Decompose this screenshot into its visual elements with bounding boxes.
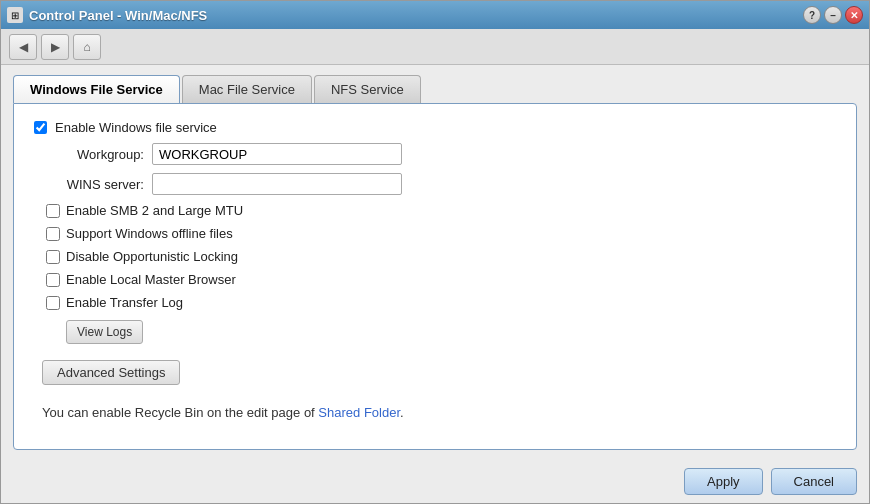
offline-checkbox[interactable] xyxy=(46,227,60,241)
wins-input[interactable] xyxy=(152,173,402,195)
info-text-after: . xyxy=(400,405,404,420)
transfer-log-checkbox[interactable] xyxy=(46,296,60,310)
app-icon: ⊞ xyxy=(7,7,23,23)
close-button[interactable]: ✕ xyxy=(845,6,863,24)
info-text-before: You can enable Recycle Bin on the edit p… xyxy=(42,405,318,420)
window-title: Control Panel - Win/Mac/NFS xyxy=(29,8,797,23)
wins-row: WINS server: xyxy=(54,173,836,195)
smb2-label: Enable SMB 2 and Large MTU xyxy=(66,203,243,218)
info-text: You can enable Recycle Bin on the edit p… xyxy=(34,405,836,420)
enable-windows-row: Enable Windows file service xyxy=(34,120,836,135)
main-window: ⊞ Control Panel - Win/Mac/NFS ? – ✕ ◀ ▶ … xyxy=(0,0,870,504)
tab-nfs-service[interactable]: NFS Service xyxy=(314,75,421,103)
cancel-button[interactable]: Cancel xyxy=(771,468,857,495)
advanced-settings-button[interactable]: Advanced Settings xyxy=(42,360,180,385)
lmb-checkbox[interactable] xyxy=(46,273,60,287)
transfer-log-label: Enable Transfer Log xyxy=(66,295,183,310)
transfer-log-row: Enable Transfer Log xyxy=(46,295,836,310)
view-logs-container: View Logs xyxy=(66,320,836,344)
help-button[interactable]: ? xyxy=(803,6,821,24)
windows-settings-section: Enable Windows file service Workgroup: W… xyxy=(34,120,836,420)
tab-mac-file-service[interactable]: Mac File Service xyxy=(182,75,312,103)
oplock-label: Disable Opportunistic Locking xyxy=(66,249,238,264)
back-button[interactable]: ◀ xyxy=(9,34,37,60)
window-controls: ? – ✕ xyxy=(803,6,863,24)
settings-panel: Enable Windows file service Workgroup: W… xyxy=(13,103,857,450)
enable-windows-checkbox[interactable] xyxy=(34,121,47,134)
smb2-checkbox[interactable] xyxy=(46,204,60,218)
bottom-bar: Apply Cancel xyxy=(1,460,869,503)
offline-label: Support Windows offline files xyxy=(66,226,233,241)
workgroup-label: Workgroup: xyxy=(54,147,144,162)
workgroup-input[interactable] xyxy=(152,143,402,165)
home-button[interactable]: ⌂ xyxy=(73,34,101,60)
view-logs-button[interactable]: View Logs xyxy=(66,320,143,344)
shared-folder-link[interactable]: Shared Folder xyxy=(318,405,400,420)
tab-windows-file-service[interactable]: Windows File Service xyxy=(13,75,180,103)
toolbar: ◀ ▶ ⌂ xyxy=(1,29,869,65)
minimize-button[interactable]: – xyxy=(824,6,842,24)
offline-row: Support Windows offline files xyxy=(46,226,836,241)
tab-bar: Windows File Service Mac File Service NF… xyxy=(13,75,857,103)
title-bar: ⊞ Control Panel - Win/Mac/NFS ? – ✕ xyxy=(1,1,869,29)
advanced-settings-container: Advanced Settings xyxy=(34,352,836,385)
forward-button[interactable]: ▶ xyxy=(41,34,69,60)
enable-windows-label: Enable Windows file service xyxy=(55,120,217,135)
apply-button[interactable]: Apply xyxy=(684,468,763,495)
wins-label: WINS server: xyxy=(54,177,144,192)
oplock-row: Disable Opportunistic Locking xyxy=(46,249,836,264)
workgroup-row: Workgroup: xyxy=(54,143,836,165)
smb2-row: Enable SMB 2 and Large MTU xyxy=(46,203,836,218)
lmb-row: Enable Local Master Browser xyxy=(46,272,836,287)
oplock-checkbox[interactable] xyxy=(46,250,60,264)
lmb-label: Enable Local Master Browser xyxy=(66,272,236,287)
content-area: Windows File Service Mac File Service NF… xyxy=(1,65,869,460)
